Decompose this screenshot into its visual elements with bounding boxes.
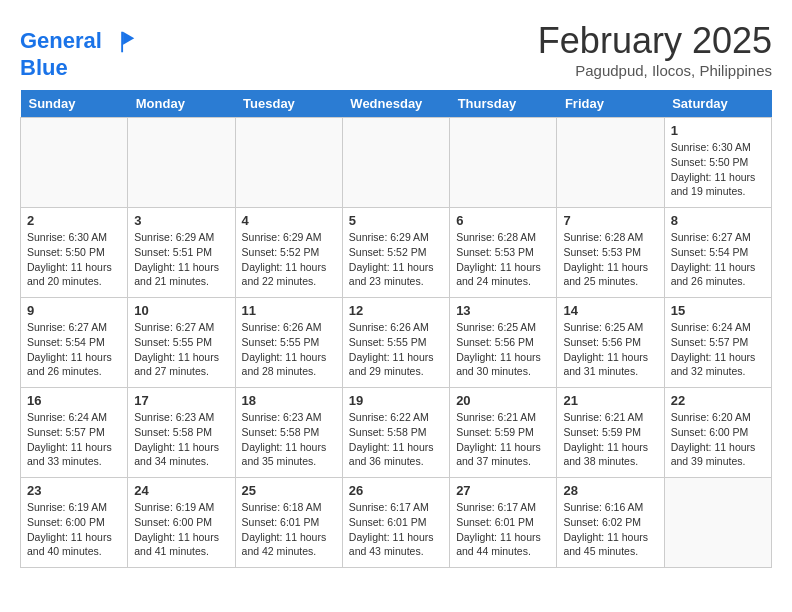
day-number: 20 [456, 393, 550, 408]
cell-daylight-info: Sunrise: 6:23 AMSunset: 5:58 PMDaylight:… [242, 410, 336, 469]
cell-daylight-info: Sunrise: 6:21 AMSunset: 5:59 PMDaylight:… [563, 410, 657, 469]
day-header-sunday: Sunday [21, 90, 128, 118]
calendar-cell: 18Sunrise: 6:23 AMSunset: 5:58 PMDayligh… [235, 388, 342, 478]
cell-daylight-info: Sunrise: 6:23 AMSunset: 5:58 PMDaylight:… [134, 410, 228, 469]
day-number: 13 [456, 303, 550, 318]
logo-general: General [20, 28, 102, 53]
day-header-wednesday: Wednesday [342, 90, 449, 118]
cell-daylight-info: Sunrise: 6:29 AMSunset: 5:52 PMDaylight:… [349, 230, 443, 289]
month-year-title: February 2025 [538, 20, 772, 62]
calendar-table: SundayMondayTuesdayWednesdayThursdayFrid… [20, 90, 772, 568]
svg-rect-1 [121, 32, 123, 53]
cell-daylight-info: Sunrise: 6:17 AMSunset: 6:01 PMDaylight:… [349, 500, 443, 559]
calendar-cell: 6Sunrise: 6:28 AMSunset: 5:53 PMDaylight… [450, 208, 557, 298]
day-number: 21 [563, 393, 657, 408]
calendar-cell: 21Sunrise: 6:21 AMSunset: 5:59 PMDayligh… [557, 388, 664, 478]
day-header-monday: Monday [128, 90, 235, 118]
day-number: 10 [134, 303, 228, 318]
calendar-cell: 23Sunrise: 6:19 AMSunset: 6:00 PMDayligh… [21, 478, 128, 568]
day-number: 9 [27, 303, 121, 318]
calendar-cell: 25Sunrise: 6:18 AMSunset: 6:01 PMDayligh… [235, 478, 342, 568]
cell-daylight-info: Sunrise: 6:24 AMSunset: 5:57 PMDaylight:… [27, 410, 121, 469]
day-number: 17 [134, 393, 228, 408]
calendar-cell: 11Sunrise: 6:26 AMSunset: 5:55 PMDayligh… [235, 298, 342, 388]
cell-daylight-info: Sunrise: 6:19 AMSunset: 6:00 PMDaylight:… [134, 500, 228, 559]
calendar-cell: 27Sunrise: 6:17 AMSunset: 6:01 PMDayligh… [450, 478, 557, 568]
calendar-cell: 1Sunrise: 6:30 AMSunset: 5:50 PMDaylight… [664, 118, 771, 208]
svg-marker-0 [123, 32, 134, 45]
location-subtitle: Pagudpud, Ilocos, Philippines [538, 62, 772, 79]
day-number: 23 [27, 483, 121, 498]
cell-daylight-info: Sunrise: 6:25 AMSunset: 5:56 PMDaylight:… [456, 320, 550, 379]
calendar-cell: 16Sunrise: 6:24 AMSunset: 5:57 PMDayligh… [21, 388, 128, 478]
logo: General Blue [20, 28, 138, 80]
calendar-cell [664, 478, 771, 568]
calendar-cell: 7Sunrise: 6:28 AMSunset: 5:53 PMDaylight… [557, 208, 664, 298]
cell-daylight-info: Sunrise: 6:29 AMSunset: 5:52 PMDaylight:… [242, 230, 336, 289]
calendar-header-row: SundayMondayTuesdayWednesdayThursdayFrid… [21, 90, 772, 118]
calendar-cell: 9Sunrise: 6:27 AMSunset: 5:54 PMDaylight… [21, 298, 128, 388]
day-number: 12 [349, 303, 443, 318]
day-number: 24 [134, 483, 228, 498]
day-number: 25 [242, 483, 336, 498]
day-number: 4 [242, 213, 336, 228]
day-header-friday: Friday [557, 90, 664, 118]
day-number: 2 [27, 213, 121, 228]
cell-daylight-info: Sunrise: 6:28 AMSunset: 5:53 PMDaylight:… [456, 230, 550, 289]
day-number: 11 [242, 303, 336, 318]
day-header-thursday: Thursday [450, 90, 557, 118]
calendar-cell [235, 118, 342, 208]
cell-daylight-info: Sunrise: 6:27 AMSunset: 5:54 PMDaylight:… [671, 230, 765, 289]
day-number: 15 [671, 303, 765, 318]
cell-daylight-info: Sunrise: 6:30 AMSunset: 5:50 PMDaylight:… [671, 140, 765, 199]
day-number: 18 [242, 393, 336, 408]
calendar-cell: 2Sunrise: 6:30 AMSunset: 5:50 PMDaylight… [21, 208, 128, 298]
calendar-cell [128, 118, 235, 208]
cell-daylight-info: Sunrise: 6:27 AMSunset: 5:55 PMDaylight:… [134, 320, 228, 379]
day-number: 26 [349, 483, 443, 498]
day-number: 27 [456, 483, 550, 498]
cell-daylight-info: Sunrise: 6:30 AMSunset: 5:50 PMDaylight:… [27, 230, 121, 289]
week-row-1: 2Sunrise: 6:30 AMSunset: 5:50 PMDaylight… [21, 208, 772, 298]
calendar-cell [342, 118, 449, 208]
day-number: 3 [134, 213, 228, 228]
day-number: 6 [456, 213, 550, 228]
week-row-0: 1Sunrise: 6:30 AMSunset: 5:50 PMDaylight… [21, 118, 772, 208]
day-number: 28 [563, 483, 657, 498]
day-number: 16 [27, 393, 121, 408]
cell-daylight-info: Sunrise: 6:18 AMSunset: 6:01 PMDaylight:… [242, 500, 336, 559]
cell-daylight-info: Sunrise: 6:16 AMSunset: 6:02 PMDaylight:… [563, 500, 657, 559]
week-row-3: 16Sunrise: 6:24 AMSunset: 5:57 PMDayligh… [21, 388, 772, 478]
cell-daylight-info: Sunrise: 6:28 AMSunset: 5:53 PMDaylight:… [563, 230, 657, 289]
logo-blue: Blue [20, 55, 68, 80]
cell-daylight-info: Sunrise: 6:26 AMSunset: 5:55 PMDaylight:… [242, 320, 336, 379]
calendar-cell: 19Sunrise: 6:22 AMSunset: 5:58 PMDayligh… [342, 388, 449, 478]
calendar-cell: 5Sunrise: 6:29 AMSunset: 5:52 PMDaylight… [342, 208, 449, 298]
cell-daylight-info: Sunrise: 6:27 AMSunset: 5:54 PMDaylight:… [27, 320, 121, 379]
calendar-cell: 26Sunrise: 6:17 AMSunset: 6:01 PMDayligh… [342, 478, 449, 568]
cell-daylight-info: Sunrise: 6:24 AMSunset: 5:57 PMDaylight:… [671, 320, 765, 379]
day-number: 1 [671, 123, 765, 138]
day-header-saturday: Saturday [664, 90, 771, 118]
cell-daylight-info: Sunrise: 6:20 AMSunset: 6:00 PMDaylight:… [671, 410, 765, 469]
calendar-cell: 4Sunrise: 6:29 AMSunset: 5:52 PMDaylight… [235, 208, 342, 298]
day-number: 22 [671, 393, 765, 408]
calendar-cell [557, 118, 664, 208]
calendar-cell: 28Sunrise: 6:16 AMSunset: 6:02 PMDayligh… [557, 478, 664, 568]
logo-icon [110, 28, 138, 56]
calendar-cell: 15Sunrise: 6:24 AMSunset: 5:57 PMDayligh… [664, 298, 771, 388]
cell-daylight-info: Sunrise: 6:25 AMSunset: 5:56 PMDaylight:… [563, 320, 657, 379]
calendar-cell [450, 118, 557, 208]
cell-daylight-info: Sunrise: 6:17 AMSunset: 6:01 PMDaylight:… [456, 500, 550, 559]
cell-daylight-info: Sunrise: 6:29 AMSunset: 5:51 PMDaylight:… [134, 230, 228, 289]
title-block: February 2025 Pagudpud, Ilocos, Philippi… [538, 20, 772, 79]
day-number: 14 [563, 303, 657, 318]
cell-daylight-info: Sunrise: 6:22 AMSunset: 5:58 PMDaylight:… [349, 410, 443, 469]
week-row-4: 23Sunrise: 6:19 AMSunset: 6:00 PMDayligh… [21, 478, 772, 568]
calendar-cell: 17Sunrise: 6:23 AMSunset: 5:58 PMDayligh… [128, 388, 235, 478]
cell-daylight-info: Sunrise: 6:19 AMSunset: 6:00 PMDaylight:… [27, 500, 121, 559]
calendar-cell: 12Sunrise: 6:26 AMSunset: 5:55 PMDayligh… [342, 298, 449, 388]
day-number: 7 [563, 213, 657, 228]
calendar-cell: 3Sunrise: 6:29 AMSunset: 5:51 PMDaylight… [128, 208, 235, 298]
calendar-cell [21, 118, 128, 208]
